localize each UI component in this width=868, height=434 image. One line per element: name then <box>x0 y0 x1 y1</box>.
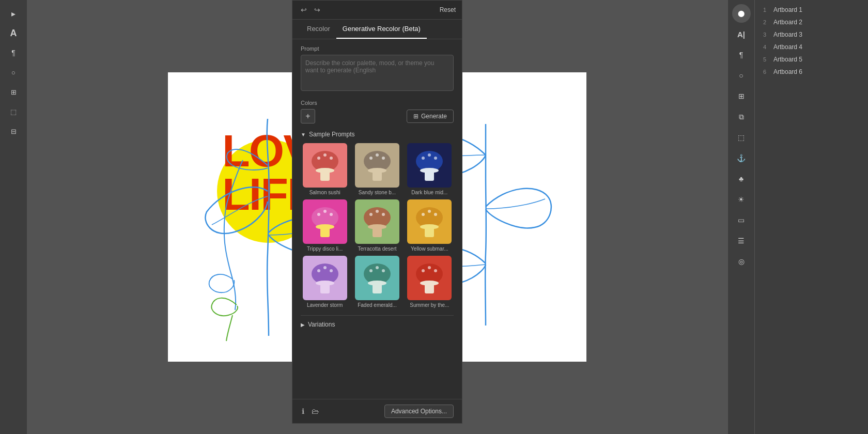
type-tool[interactable]: A <box>4 24 23 42</box>
layer-label: Artboard 4 <box>773 43 802 51</box>
paragraph-right-icon[interactable]: ¶ <box>732 45 751 64</box>
layers-list: 1Artboard 12Artboard 23Artboard 34Artboa… <box>755 0 868 82</box>
colors-row: + ⊞ Generate <box>301 109 454 123</box>
svg-point-13 <box>422 157 425 160</box>
svg-point-32 <box>428 210 431 213</box>
svg-point-11 <box>368 168 386 173</box>
prompt-card[interactable]: Terracotta desert <box>353 199 401 252</box>
sun-icon[interactable]: ☀ <box>732 190 751 209</box>
layer-number: 5 <box>763 56 769 63</box>
colors-section: Colors + ⊞ Generate <box>301 100 454 123</box>
add-color-button[interactable]: + <box>301 109 315 123</box>
footer-left: ℹ 🗁 <box>301 406 320 416</box>
tab-generative-recolor[interactable]: Generative Recolor (Beta) <box>336 20 427 39</box>
layer-label: Artboard 5 <box>773 56 802 63</box>
undo-button[interactable]: ↩ <box>299 5 309 15</box>
layer-label: Artboard 1 <box>773 6 802 13</box>
panel-toolbar: ↩ ↪ Reset <box>292 1 462 20</box>
recolor-icon[interactable]: ⬤ <box>732 4 751 23</box>
svg-point-8 <box>376 153 379 157</box>
svg-point-43 <box>369 269 373 272</box>
prompt-card[interactable]: Dark blue mid... <box>406 143 454 195</box>
svg-point-2 <box>323 153 327 157</box>
svg-point-23 <box>316 224 334 229</box>
layer-icon[interactable]: ⧉ <box>732 107 751 126</box>
prompt-card[interactable]: Salmon sushi <box>301 143 349 195</box>
table-tool[interactable]: ⊟ <box>4 122 23 141</box>
layer-number: 6 <box>763 69 769 75</box>
svg-point-17 <box>420 168 439 173</box>
panel-content: Prompt Colors + ⊞ Generate ▼ Sample Prom… <box>292 39 462 399</box>
layer-item[interactable]: 4Artboard 4 <box>759 41 864 53</box>
type-right-icon[interactable]: A| <box>732 25 751 43</box>
prompt-card[interactable]: Summer by the... <box>406 256 454 308</box>
recolor-panel: ↩ ↪ Reset Recolor Generative Recolor (Be… <box>292 0 462 424</box>
prompt-card-label: Lavender storm <box>307 302 343 308</box>
prompt-card[interactable]: Faded emerald... <box>353 256 401 308</box>
svg-point-29 <box>368 224 386 229</box>
prompt-card[interactable]: Sandy stone b... <box>353 143 401 195</box>
circle2-icon[interactable]: ◎ <box>732 252 751 271</box>
generate-button[interactable]: ⊞ Generate <box>407 110 454 123</box>
generate-icon: ⊞ <box>413 113 419 120</box>
prompts-grid: Salmon sushiSandy stone b...Dark blue mi… <box>301 143 454 308</box>
svg-point-26 <box>376 210 379 213</box>
left-toolbar: ▸ A ¶ ○ ⊞ ⬚ ⊟ <box>0 0 27 434</box>
prompt-card[interactable]: Lavender storm <box>301 256 349 308</box>
variations-header[interactable]: ▶ Variations <box>301 321 454 328</box>
prompt-card-label: Yellow submar... <box>411 246 448 252</box>
svg-point-3 <box>330 157 333 160</box>
layer-item[interactable]: 2Artboard 2 <box>759 17 864 28</box>
prompt-card[interactable]: Trippy disco li... <box>301 199 349 252</box>
layer-item[interactable]: 6Artboard 6 <box>759 66 864 78</box>
layer-item[interactable]: 1Artboard 1 <box>759 4 864 16</box>
select-tool[interactable]: ▸ <box>4 4 23 23</box>
anchor-icon[interactable]: ⚓ <box>732 149 751 167</box>
svg-point-53 <box>420 281 439 286</box>
sample-prompts-section: ▼ Sample Prompts Salmon sushiSandy stone… <box>301 131 454 308</box>
prompt-card-label: Faded emerald... <box>358 302 397 308</box>
circle-icon[interactable]: ○ <box>732 66 751 85</box>
layer-item[interactable]: 3Artboard 3 <box>759 29 864 40</box>
sample-prompts-header[interactable]: ▼ Sample Prompts <box>301 131 454 138</box>
prompt-input[interactable] <box>301 55 454 91</box>
lines-icon[interactable]: ☰ <box>732 231 751 250</box>
colors-label: Colors <box>301 100 454 106</box>
svg-point-20 <box>323 210 327 213</box>
layer-number: 3 <box>763 32 769 38</box>
prompt-label: Prompt <box>301 45 454 52</box>
box-icon[interactable]: ⬚ <box>732 128 751 147</box>
align-icon[interactable]: ⊞ <box>732 87 751 105</box>
prompt-card-label: Sandy stone b... <box>359 190 396 195</box>
layer-label: Artboard 2 <box>773 19 802 26</box>
reset-button[interactable]: Reset <box>440 6 456 13</box>
grid-tool[interactable]: ⊞ <box>4 83 23 101</box>
paragraph-tool[interactable]: ¶ <box>4 43 23 62</box>
undo-redo-group: ↩ ↪ <box>299 5 322 15</box>
layer-number: 4 <box>763 44 769 50</box>
layer-item[interactable]: 5Artboard 5 <box>759 54 864 65</box>
svg-point-41 <box>316 281 334 286</box>
frame-tool[interactable]: ⬚ <box>4 102 23 121</box>
prompt-card[interactable]: Yellow submar... <box>406 199 454 252</box>
tab-recolor[interactable]: Recolor <box>301 20 336 39</box>
info-button[interactable]: ℹ <box>301 406 305 416</box>
svg-point-5 <box>316 168 334 173</box>
prompt-card-label: Trippy disco li... <box>307 246 343 252</box>
svg-point-37 <box>317 269 320 272</box>
variations-label: Variations <box>308 321 335 328</box>
folder-button[interactable]: 🗁 <box>311 406 320 416</box>
svg-point-25 <box>369 213 373 216</box>
clubs-icon[interactable]: ♣ <box>732 169 751 188</box>
svg-point-50 <box>428 266 431 269</box>
chevron-down-icon: ▼ <box>301 132 306 137</box>
advanced-options-button[interactable]: Advanced Options... <box>384 405 454 418</box>
layer-label: Artboard 6 <box>773 68 802 75</box>
redo-button[interactable]: ↪ <box>312 5 322 15</box>
svg-point-9 <box>382 157 385 160</box>
chevron-right-icon: ▶ <box>301 322 305 328</box>
svg-point-47 <box>368 281 386 286</box>
shape-tool[interactable]: ○ <box>4 63 23 82</box>
rect-icon[interactable]: ▭ <box>732 211 751 229</box>
layer-label: Artboard 3 <box>773 31 802 38</box>
